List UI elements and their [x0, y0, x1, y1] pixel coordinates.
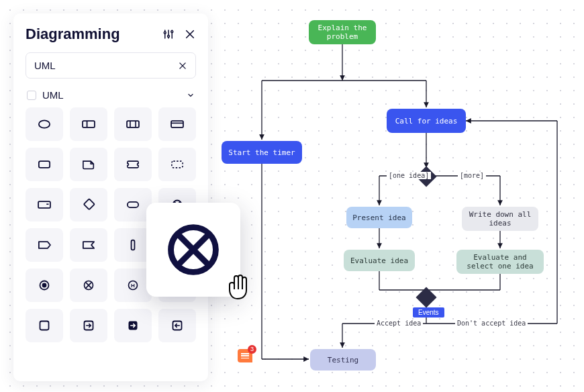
- node-call[interactable]: Call for ideas: [387, 109, 466, 133]
- shape-ticket-rect[interactable]: [114, 148, 152, 181]
- node-label: Explain the problem: [314, 23, 371, 41]
- circle-x-icon: [164, 220, 223, 279]
- search-field[interactable]: [26, 52, 196, 79]
- svg-rect-44: [39, 161, 50, 168]
- shape-outline-circle-x[interactable]: [70, 268, 107, 302]
- edge-label-accept: Accept idea: [375, 320, 423, 327]
- shape-folded-rect[interactable]: [70, 148, 107, 181]
- shape-split-rect[interactable]: [70, 107, 107, 141]
- svg-rect-63: [40, 322, 49, 330]
- edge-label-more: [more]: [458, 172, 486, 179]
- node-label: Testing: [328, 356, 358, 364]
- comment-count: 3: [248, 345, 256, 354]
- node-label: Call for ideas: [395, 117, 458, 126]
- category-label: UML: [42, 89, 181, 101]
- shape-arrow-in-outline[interactable]: [158, 309, 196, 342]
- node-label: Start the timer: [228, 148, 295, 157]
- node-label: Write down all ideas: [467, 210, 533, 228]
- node-label: Evaluate and select one idea: [462, 253, 538, 271]
- comment-badge[interactable]: 3: [238, 349, 252, 362]
- shape-double-rect[interactable]: [114, 107, 152, 141]
- shape-side-rect[interactable]: [26, 188, 63, 222]
- node-explain[interactable]: Explain the problem: [309, 20, 376, 44]
- clear-search-icon[interactable]: [178, 61, 187, 70]
- shape-rhombus[interactable]: [70, 188, 107, 222]
- node-writeall[interactable]: Write down all ideas: [462, 207, 538, 231]
- node-start[interactable]: Start the timer: [222, 141, 302, 164]
- svg-point-30: [168, 36, 170, 38]
- shape-arrow-in-filled[interactable]: [114, 309, 152, 342]
- svg-rect-53: [132, 240, 135, 250]
- node-evalsel[interactable]: Evaluate and select one idea: [456, 250, 544, 274]
- search-input[interactable]: [34, 60, 178, 71]
- shape-ellipse[interactable]: [26, 107, 63, 141]
- node-label: Evaluate idea: [350, 256, 408, 265]
- panel-header: Diagramming: [26, 26, 196, 43]
- svg-rect-45: [172, 161, 183, 168]
- category-checkbox[interactable]: [27, 91, 36, 100]
- close-icon[interactable]: [184, 28, 196, 40]
- grab-cursor-icon: [224, 271, 251, 301]
- svg-rect-49: [128, 202, 138, 207]
- svg-rect-39: [127, 121, 139, 128]
- chevron-down-icon[interactable]: [187, 91, 195, 99]
- svg-point-29: [164, 32, 166, 34]
- shape-filled-circle[interactable]: [26, 268, 63, 302]
- svg-point-36: [39, 120, 50, 128]
- shape-round-rect[interactable]: [26, 148, 63, 181]
- pill-label: Events: [418, 309, 439, 316]
- shape-flag[interactable]: [70, 228, 107, 262]
- node-present[interactable]: Present idea: [346, 207, 412, 228]
- category-row[interactable]: UML: [26, 87, 196, 107]
- svg-rect-42: [171, 121, 183, 128]
- panel-title: Diagramming: [26, 26, 120, 43]
- shape-dashed-rect[interactable]: [158, 148, 196, 181]
- svg-rect-48: [84, 199, 95, 209]
- svg-text:H: H: [131, 283, 135, 289]
- svg-point-55: [42, 283, 47, 288]
- edge-label-dont-accept: Don't accept idea: [455, 320, 528, 327]
- settings-icon[interactable]: [162, 28, 175, 40]
- shape-square[interactable]: [26, 309, 63, 342]
- events-pill[interactable]: Events: [413, 307, 444, 317]
- shapes-panel: Diagramming UML: [13, 13, 208, 381]
- shape-top-bar-rect[interactable]: [158, 107, 196, 141]
- shape-tag[interactable]: [26, 228, 63, 262]
- comment-icon: [241, 353, 249, 358]
- shape-arrow-out[interactable]: [70, 309, 107, 342]
- node-testing[interactable]: Testing: [310, 349, 376, 371]
- svg-point-31: [171, 31, 173, 33]
- node-label: Present idea: [352, 213, 405, 222]
- node-evaluate[interactable]: Evaluate idea: [344, 250, 415, 271]
- edge-label-one-idea: [one idea]: [387, 172, 431, 179]
- svg-rect-37: [83, 121, 95, 128]
